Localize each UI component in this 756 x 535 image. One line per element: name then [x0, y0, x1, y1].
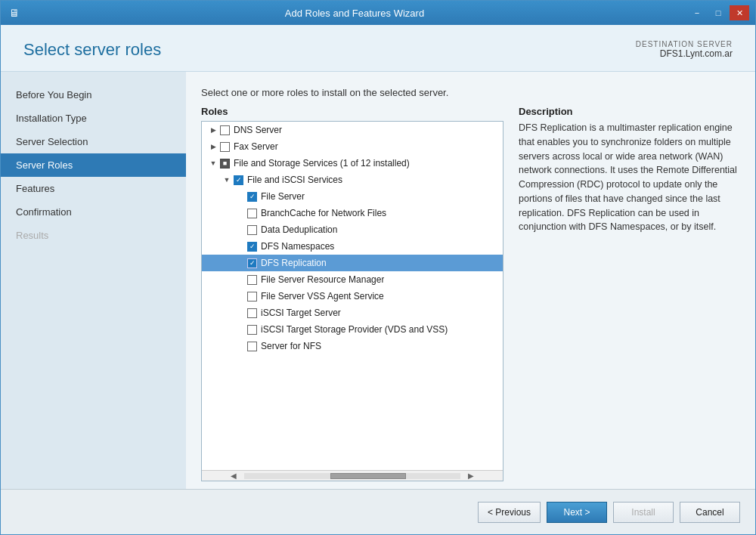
role-label: File and Storage Services (1 of 12 insta…	[234, 158, 410, 169]
destination-label: DESTINATION SERVER	[636, 40, 733, 48]
wizard-window: 🖥 Add Roles and Features Wizard − □ ✕ Se…	[0, 0, 756, 535]
expand-icon[interactable]: ▶	[208, 141, 218, 152]
roles-list[interactable]: ▶DNS Server▶Fax Server▼■File and Storage…	[202, 122, 503, 470]
role-label: DFS Replication	[261, 258, 327, 268]
checkbox[interactable]	[247, 225, 257, 235]
role-label: iSCSI Target Server	[261, 308, 341, 318]
sidebar-item-results: Results	[1, 224, 186, 247]
sidebar-item-installation-type[interactable]: Installation Type	[1, 107, 186, 130]
destination-name: DFS1.Lynt.com.ar	[636, 48, 733, 59]
role-item[interactable]: ▶Fax Server	[202, 138, 503, 155]
roles-list-container: ▶DNS Server▶Fax Server▼■File and Storage…	[201, 121, 503, 481]
checkbox[interactable]: ✓	[247, 258, 257, 268]
expand-icon[interactable]	[235, 341, 246, 351]
description-label: Description	[519, 106, 740, 117]
footer: < Previous Next > Install Cancel	[1, 489, 755, 534]
next-button[interactable]: Next >	[547, 502, 607, 523]
role-label: BranchCache for Network Files	[261, 208, 386, 218]
expand-icon[interactable]	[235, 258, 246, 268]
checkbox[interactable]: ✓	[234, 175, 243, 185]
expand-icon[interactable]	[235, 224, 246, 235]
sidebar-item-server-roles[interactable]: Server Roles	[1, 153, 186, 177]
roles-label: Roles	[201, 106, 503, 117]
role-label: iSCSI Target Storage Provider (VDS and V…	[261, 324, 448, 335]
description-panel: Description DFS Replication is a multima…	[519, 106, 740, 481]
horizontal-scrollbar: ◀ ▶	[202, 470, 503, 481]
role-item[interactable]: ✓File Server	[202, 188, 503, 205]
main-content: Select server roles DESTINATION SERVER D…	[1, 25, 755, 534]
expand-icon[interactable]: ▼	[222, 175, 232, 185]
roles-panel: Roles ▶DNS Server▶Fax Server▼■File and S…	[201, 106, 503, 481]
role-item[interactable]: iSCSI Target Server	[202, 305, 503, 321]
expand-icon[interactable]: ▶	[208, 125, 218, 135]
role-item[interactable]: ▼■File and Storage Services (1 of 12 ins…	[202, 155, 503, 172]
role-item[interactable]: ▶DNS Server	[202, 122, 503, 138]
instruction-text: Select one or more roles to install on t…	[201, 87, 740, 98]
role-item[interactable]: File Server VSS Agent Service	[202, 288, 503, 305]
minimize-button[interactable]: −	[687, 5, 707, 20]
checkbox[interactable]: ✓	[247, 242, 257, 252]
sidebar-item-server-selection[interactable]: Server Selection	[1, 130, 186, 153]
window-title: Add Roles and Features Wizard	[22, 8, 687, 19]
body-area: Before You BeginInstallation TypeServer …	[1, 72, 755, 489]
restore-button[interactable]: □	[708, 5, 728, 20]
window-icon: 🖥	[7, 5, 22, 20]
titlebar: 🖥 Add Roles and Features Wizard − □ ✕	[1, 1, 755, 25]
expand-icon[interactable]	[235, 274, 246, 285]
expand-icon[interactable]	[235, 191, 246, 202]
role-label: DFS Namespaces	[261, 241, 334, 252]
previous-button[interactable]: < Previous	[478, 502, 541, 523]
role-item[interactable]: File Server Resource Manager	[202, 271, 503, 288]
role-item[interactable]: iSCSI Target Storage Provider (VDS and V…	[202, 321, 503, 338]
checkbox[interactable]	[247, 325, 257, 335]
checkbox[interactable]: ■	[220, 159, 230, 169]
role-label: Data Deduplication	[261, 224, 337, 235]
expand-icon[interactable]	[235, 241, 246, 252]
expand-icon[interactable]	[235, 208, 246, 218]
checkbox[interactable]	[220, 125, 230, 135]
role-label: File Server VSS Agent Service	[261, 291, 384, 302]
role-item[interactable]: ✓DFS Namespaces	[202, 238, 503, 255]
header-area: Select server roles DESTINATION SERVER D…	[1, 25, 755, 72]
role-item[interactable]: Server for NFS	[202, 338, 503, 354]
content-area: Select one or more roles to install on t…	[186, 72, 755, 489]
content-columns: Roles ▶DNS Server▶Fax Server▼■File and S…	[201, 106, 740, 481]
role-label: File and iSCSI Services	[247, 175, 342, 185]
page-title: Select server roles	[23, 40, 161, 60]
expand-icon[interactable]	[235, 324, 246, 335]
close-button[interactable]: ✕	[730, 5, 749, 20]
role-label: Fax Server	[234, 141, 278, 152]
sidebar-item-before-you-begin[interactable]: Before You Begin	[1, 83, 186, 107]
expand-icon[interactable]	[235, 308, 246, 318]
destination-server: DESTINATION SERVER DFS1.Lynt.com.ar	[636, 40, 733, 59]
role-item[interactable]: ✓DFS Replication	[202, 255, 503, 271]
role-label: DNS Server	[234, 125, 282, 135]
checkbox[interactable]	[220, 142, 230, 152]
role-label: File Server Resource Manager	[261, 274, 384, 285]
checkbox[interactable]	[247, 292, 257, 302]
role-label: Server for NFS	[261, 341, 321, 351]
checkbox[interactable]: ✓	[247, 192, 257, 202]
checkbox[interactable]	[247, 342, 257, 351]
role-item[interactable]: BranchCache for Network Files	[202, 205, 503, 221]
checkbox[interactable]	[247, 275, 257, 285]
install-button[interactable]: Install	[613, 502, 674, 523]
role-item[interactable]: Data Deduplication	[202, 221, 503, 238]
sidebar-item-confirmation[interactable]: Confirmation	[1, 200, 186, 224]
description-text: DFS Replication is a multimaster replica…	[519, 121, 740, 234]
checkbox[interactable]	[247, 209, 257, 218]
sidebar: Before You BeginInstallation TypeServer …	[1, 72, 186, 489]
role-item[interactable]: ▼✓File and iSCSI Services	[202, 172, 503, 188]
window-controls: − □ ✕	[687, 5, 749, 20]
sidebar-item-features[interactable]: Features	[1, 177, 186, 200]
role-label: File Server	[261, 191, 305, 202]
checkbox[interactable]	[247, 308, 257, 318]
cancel-button[interactable]: Cancel	[680, 502, 740, 523]
expand-icon[interactable]: ▼	[208, 158, 218, 169]
expand-icon[interactable]	[235, 291, 246, 302]
